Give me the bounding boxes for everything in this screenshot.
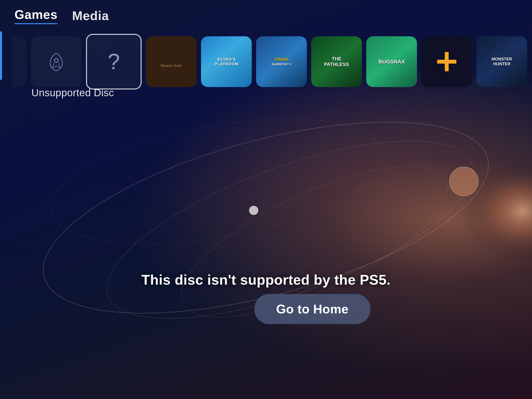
demons-souls-icon[interactable]: Demon'sSouls — [146, 36, 197, 87]
the-pathless-icon[interactable]: THEPATHLESS — [311, 36, 362, 87]
crash-label: CRASHBANDICOOT 4 — [272, 57, 292, 66]
monster-hunter-icon[interactable]: MONSTERHUNTER — [476, 36, 527, 87]
go-home-label: Go to Home — [276, 302, 349, 316]
astro-playroom-icon[interactable]: ASTRO'sPLAYROOM — [201, 36, 252, 87]
blue-accent — [0, 31, 2, 80]
psplus-symbol — [432, 47, 461, 76]
rocket-icon — [44, 50, 68, 74]
error-message-container: This disc isn't supported by the PS5. — [0, 272, 532, 288]
go-to-home-button[interactable]: Go to Home — [254, 294, 370, 324]
unsupported-disc-icon[interactable]: ? — [86, 34, 142, 89]
tab-games[interactable]: Games — [14, 7, 58, 24]
crash-bandicoot-icon[interactable]: CRASHBANDICOOT 4 — [256, 36, 307, 87]
demons-souls-label: Demon'sSouls — [146, 36, 197, 87]
partial-left-game[interactable] — [12, 36, 27, 87]
bugsnax-label: BUGSNAX — [366, 36, 417, 87]
bugsnax-icon[interactable]: BUGSNAX — [366, 36, 417, 87]
psplus-icon[interactable] — [421, 36, 472, 87]
pathless-label: THEPATHLESS — [311, 36, 362, 87]
top-navigation: Games Media — [0, 0, 532, 31]
disc-error-text: This disc isn't supported by the PS5. — [0, 272, 532, 288]
question-mark-icon: ? — [108, 49, 120, 74]
monster-hunter-label: MONSTERHUNTER — [476, 36, 527, 87]
svg-point-7 — [54, 59, 58, 62]
unsupported-disc-label: Unsupported Disc — [31, 87, 114, 99]
explore-icon[interactable] — [31, 36, 82, 87]
astro-label: ASTRO'sPLAYROOM — [215, 57, 238, 66]
tab-media[interactable]: Media — [72, 8, 109, 23]
svg-rect-9 — [437, 60, 456, 64]
games-row: ? Demon'sSouls ASTRO'sPLAYROOM CRASHBAND… — [0, 29, 532, 94]
